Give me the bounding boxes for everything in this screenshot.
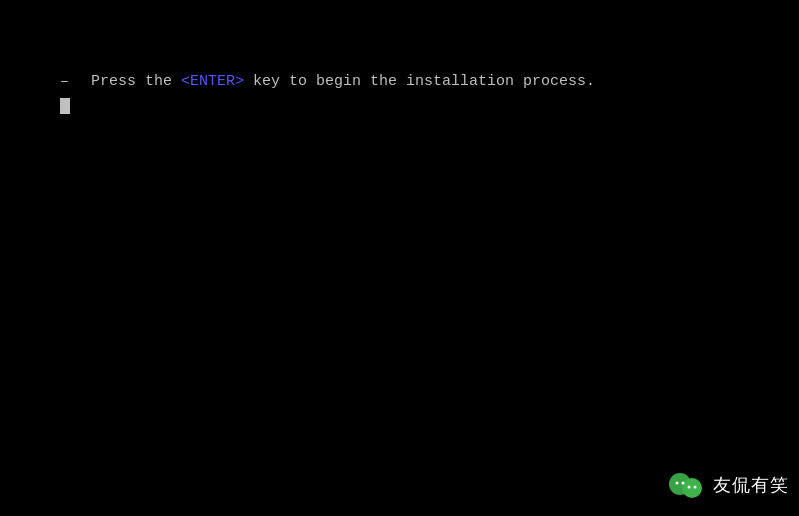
wechat-text: 友侃有笑 [713, 473, 789, 497]
terminal-cursor [60, 98, 70, 114]
terminal-screen: – Press the <ENTER> key to begin the ins… [0, 0, 799, 516]
cursor-line [60, 98, 799, 114]
enter-key-highlight: <ENTER> [181, 70, 244, 94]
terminal-line-1: – Press the <ENTER> key to begin the ins… [60, 70, 799, 94]
svg-point-4 [688, 486, 691, 489]
text-after-enter: key to begin the installation process. [244, 70, 595, 94]
svg-point-2 [676, 482, 679, 485]
wechat-icon [665, 464, 707, 506]
text-before-enter: Press the [73, 70, 181, 94]
wechat-badge: 友侃有笑 [665, 464, 789, 506]
dash-symbol: – [60, 70, 69, 94]
svg-point-5 [694, 486, 697, 489]
svg-point-3 [682, 482, 685, 485]
svg-point-1 [682, 478, 702, 498]
